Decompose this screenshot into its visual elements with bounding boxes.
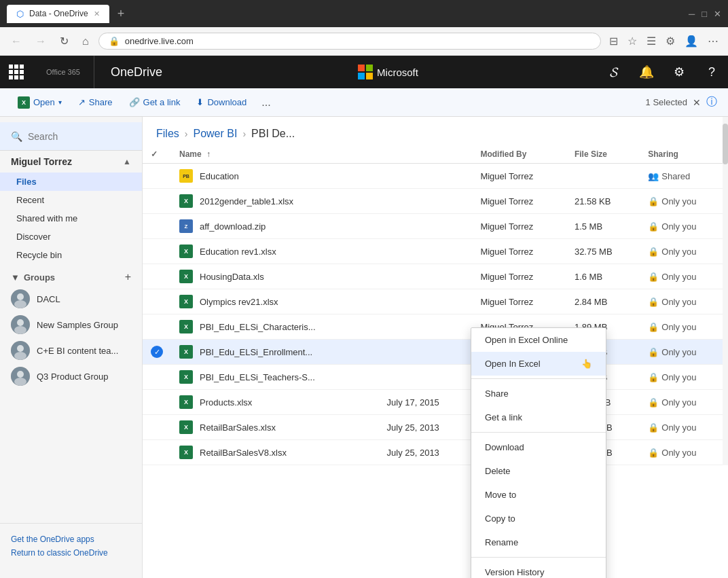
scrollbar-track[interactable] <box>723 117 728 465</box>
breadcrumb-powerbi[interactable]: Power BI <box>193 128 237 140</box>
more-icon[interactable]: ⋯ <box>705 32 721 50</box>
browser-tab-active[interactable]: ⬡ Data - OneDrive ✕ <box>7 5 109 23</box>
sidebar-item-shared[interactable]: Shared with me <box>0 209 142 228</box>
col-name[interactable]: Name ↑ <box>171 145 379 164</box>
context-version-history[interactable]: Version History <box>471 560 606 578</box>
search-input[interactable] <box>28 131 143 142</box>
row-check[interactable] <box>143 189 171 214</box>
open-button[interactable]: X Open ▾ <box>11 93 69 112</box>
tab-close-button[interactable]: ✕ <box>94 10 100 18</box>
context-download[interactable]: Download <box>471 435 606 459</box>
table-row[interactable]: XEducation rev1.xlsxMiguel Torrez32.75 M… <box>143 239 728 264</box>
extensions-icon[interactable]: ⚙ <box>663 32 678 50</box>
table-row[interactable]: XProducts.xlsxJuly 17, 2015Miguel Torrez… <box>143 390 728 415</box>
bookmarks-icon[interactable]: ⊟ <box>606 32 621 50</box>
refresh-button[interactable]: ↻ <box>56 32 73 50</box>
row-check[interactable] <box>143 289 171 314</box>
sidebar-item-recycle[interactable]: Recycle bin <box>0 246 142 264</box>
table-row[interactable]: XPBI_Edu_ELSi_Characteris...Miguel Torre… <box>143 314 728 340</box>
new-tab-button[interactable]: + <box>117 7 125 21</box>
address-bar[interactable]: 🔒 onedrive.live.com <box>98 33 601 50</box>
close-selection-button[interactable]: ✕ <box>693 97 701 108</box>
home-button[interactable]: ⌂ <box>78 33 93 50</box>
table-row[interactable]: XOlympics rev21.xlsxMiguel Torrez2.84 MB… <box>143 289 728 314</box>
sidebar-item-recent[interactable]: Recent <box>0 191 142 209</box>
table-row[interactable]: X2012gender_table1.xlsxMiguel Torrez21.5… <box>143 189 728 214</box>
row-check[interactable] <box>143 239 171 264</box>
col-date[interactable] <box>379 145 473 164</box>
sidebar-group-cebi[interactable]: C+E BI content tea... <box>0 338 142 363</box>
share-button[interactable]: ↗ Share <box>71 94 120 111</box>
row-name[interactable]: XEducation rev1.xlsx <box>171 239 379 264</box>
search-bar[interactable]: 🔍 <box>0 122 142 151</box>
row-name[interactable]: X2012gender_table1.xlsx <box>171 189 379 214</box>
sidebar-item-discover[interactable]: Discover <box>0 228 142 246</box>
table-row[interactable]: Zaff_download.zipMiguel Torrez1.5 MB🔒 On… <box>143 214 728 239</box>
profile-icon[interactable]: 👤 <box>682 32 701 50</box>
help-button[interactable]: ? <box>695 56 728 88</box>
row-name[interactable]: XPBI_Edu_ELSi_Teachers-S... <box>171 365 379 390</box>
context-open-in-excel[interactable]: Open In Excel 👆 <box>471 352 606 376</box>
table-row[interactable]: XPBI_Edu_ELSi_Teachers-S...Miguel Torrez… <box>143 365 728 390</box>
scrollbar-thumb[interactable] <box>723 124 728 164</box>
sidebar-user[interactable]: Miguel Torrez ▲ <box>0 151 142 173</box>
sidebar-group-dacl[interactable]: DACL <box>0 286 142 312</box>
context-move-to[interactable]: Move to <box>471 483 606 507</box>
settings-button[interactable]: ⚙ <box>663 56 695 88</box>
close-button[interactable]: ✕ <box>714 9 721 19</box>
get-apps-link[interactable]: Get the OneDrive apps <box>11 535 131 544</box>
maximize-button[interactable]: □ <box>702 9 707 19</box>
sidebar-group-q3[interactable]: Q3 Product Group <box>0 363 142 389</box>
context-get-link[interactable]: Get a link <box>471 405 606 429</box>
row-check[interactable] <box>143 440 171 465</box>
table-row[interactable]: ✓XPBI_Edu_ELSi_Enrollment...Miguel Torre… <box>143 340 728 365</box>
context-delete[interactable]: Delete <box>471 459 606 483</box>
sidebar-group-new-samples[interactable]: New Samples Group <box>0 312 142 338</box>
table-row[interactable]: XRetailBarSales.xlsxJuly 25, 2013Miguel … <box>143 415 728 440</box>
row-name[interactable]: XRetailBarSalesV8.xlsx <box>171 440 379 465</box>
row-check[interactable]: ✓ <box>143 340 171 365</box>
menu-icon[interactable]: ☰ <box>644 32 659 50</box>
row-name[interactable]: XPBI_Edu_ELSi_Enrollment... <box>171 340 379 365</box>
row-name[interactable]: Zaff_download.zip <box>171 214 379 239</box>
download-button[interactable]: ⬇ Download <box>189 94 253 111</box>
table-row[interactable]: XHousingData.xlsMiguel Torrez1.6 MB🔒 Onl… <box>143 264 728 289</box>
get-link-button[interactable]: 🔗 Get a link <box>122 94 187 111</box>
waffle-button[interactable] <box>0 56 33 88</box>
breadcrumb-files[interactable]: Files <box>156 128 179 140</box>
row-check[interactable] <box>143 314 171 340</box>
back-button[interactable]: ← <box>7 33 26 50</box>
row-check[interactable] <box>143 390 171 415</box>
row-sharing: 🔒 Only you <box>640 415 728 440</box>
context-share[interactable]: Share <box>471 382 606 405</box>
row-name[interactable]: XPBI_Edu_ELSi_Characteris... <box>171 314 379 340</box>
info-button[interactable]: ⓘ <box>706 95 717 109</box>
col-modified-by[interactable]: Modified By <box>472 145 566 164</box>
sidebar-item-files[interactable]: Files <box>0 173 142 191</box>
table-row[interactable]: PBEducationMiguel Torrez👥 Shared <box>143 164 728 189</box>
forward-button[interactable]: → <box>31 33 50 50</box>
table-row[interactable]: XRetailBarSalesV8.xlsxJuly 25, 2013Migue… <box>143 440 728 465</box>
row-check[interactable] <box>143 164 171 189</box>
add-group-button[interactable]: + <box>125 271 131 283</box>
more-button[interactable]: ... <box>256 93 276 112</box>
row-name[interactable]: XProducts.xlsx <box>171 390 379 415</box>
context-copy-to[interactable]: Copy to <box>471 507 606 530</box>
context-rename[interactable]: Rename <box>471 530 606 554</box>
star-icon[interactable]: ☆ <box>625 32 640 50</box>
row-name[interactable]: XHousingData.xls <box>171 264 379 289</box>
notifications-button[interactable]: 🔔 <box>630 56 663 88</box>
row-check[interactable] <box>143 365 171 390</box>
col-file-size[interactable]: File Size <box>566 145 640 164</box>
row-check[interactable] <box>143 415 171 440</box>
classic-link[interactable]: Return to classic OneDrive <box>11 548 131 558</box>
skype-button[interactable]: 𝓢 <box>598 56 630 88</box>
row-name[interactable]: XOlympics rev21.xlsx <box>171 289 379 314</box>
row-check[interactable] <box>143 264 171 289</box>
minimize-button[interactable]: ─ <box>689 9 695 19</box>
row-check[interactable] <box>143 214 171 239</box>
col-sharing[interactable]: Sharing <box>640 145 728 164</box>
row-name[interactable]: XRetailBarSales.xlsx <box>171 415 379 440</box>
row-name[interactable]: PBEducation <box>171 164 379 189</box>
context-open-excel-online[interactable]: Open in Excel Online <box>471 328 606 352</box>
